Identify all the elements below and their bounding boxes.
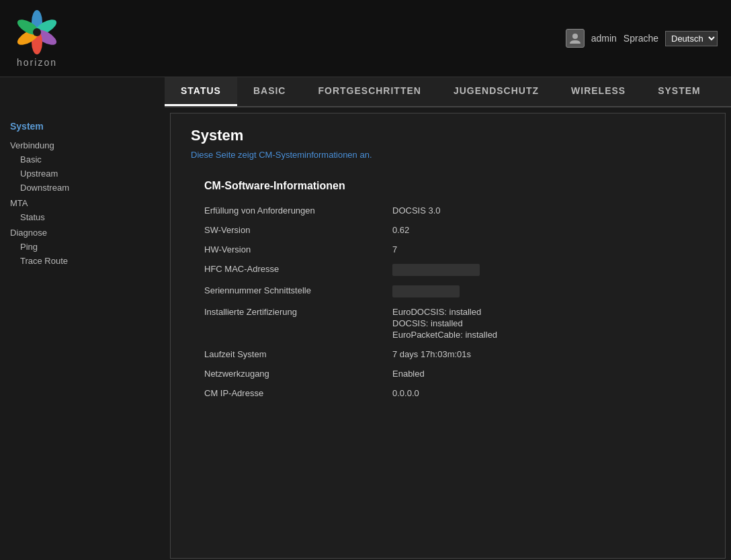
row-serial: Seriennummer Schnittstelle xyxy=(204,285,705,297)
sidebar-item-upstream[interactable]: Upstream xyxy=(10,167,155,181)
label-hw-version: HW-Version xyxy=(204,244,392,254)
tab-jugendschutz[interactable]: JUGENDSCHUTZ xyxy=(437,77,555,106)
value-cm-ip: 0.0.0.0 xyxy=(392,388,419,398)
content-area: System Diese Seite zeigt CM-Systeminform… xyxy=(170,113,726,559)
info-section: CM-Software-Informationen Erfüllung von … xyxy=(204,180,705,398)
tab-system[interactable]: SYSTEM xyxy=(642,77,717,106)
nav-tabs: STATUS BASIC FORTGESCHRITTEN JUGENDSCHUT… xyxy=(165,77,731,107)
label-hfc-mac: HFC MAC-Adresse xyxy=(204,264,392,274)
row-hfc-mac: HFC MAC-Adresse xyxy=(204,264,705,276)
tab-basic[interactable]: BASIC xyxy=(237,77,302,106)
logo-text: horizon xyxy=(17,57,57,68)
value-sw-version: 0.62 xyxy=(392,225,409,235)
value-netzwerk: Enabled xyxy=(392,369,425,379)
tab-status[interactable]: STATUS xyxy=(165,77,237,106)
sidebar-item-basic[interactable]: Basic xyxy=(10,152,155,167)
logo-area: horizon xyxy=(13,9,60,68)
admin-avatar xyxy=(566,29,585,48)
label-sw-version: SW-Version xyxy=(204,225,392,235)
label-erfuellung: Erfüllung von Anforderungen xyxy=(204,205,392,216)
logo-icon xyxy=(13,9,60,56)
label-cert: Installierte Zertifizierung xyxy=(204,307,392,317)
sidebar-item-traceroute[interactable]: Trace Route xyxy=(10,254,155,268)
cert-line1: EuroDOCSIS: installed xyxy=(392,307,497,317)
svg-point-7 xyxy=(572,34,578,39)
value-laufzeit: 7 days 17h:03m:01s xyxy=(392,349,471,359)
cert-line3: EuroPacketCable: installed xyxy=(392,330,497,340)
label-cm-ip: CM IP-Adresse xyxy=(204,388,392,398)
page-description: Diese Seite zeigt CM-Systeminformationen… xyxy=(191,150,705,160)
tab-wireless[interactable]: WIRELESS xyxy=(555,77,642,106)
row-laufzeit: Laufzeit System 7 days 17h:03m:01s xyxy=(204,349,705,359)
sidebar-item-downstream[interactable]: Downstream xyxy=(10,181,155,195)
label-netzwerk: Netzwerkzugang xyxy=(204,369,392,379)
section-title: CM-Software-Informationen xyxy=(204,180,705,192)
value-hfc-mac xyxy=(392,264,480,276)
admin-label: admin xyxy=(591,33,617,44)
row-cert: Installierte Zertifizierung EuroDOCSIS: … xyxy=(204,307,705,340)
header-right: admin Sprache Deutsch English xyxy=(566,29,718,48)
row-sw-version: SW-Version 0.62 xyxy=(204,225,705,235)
sidebar-item-ping[interactable]: Ping xyxy=(10,240,155,254)
sidebar: System Verbindung Basic Upstream Downstr… xyxy=(0,107,165,560)
svg-point-6 xyxy=(33,28,41,36)
value-cert: EuroDOCSIS: installed DOCSIS: installed … xyxy=(392,307,497,340)
sidebar-verbindung[interactable]: Verbindung xyxy=(10,137,155,152)
row-erfuellung: Erfüllung von Anforderungen DOCSIS 3.0 xyxy=(204,205,705,216)
sidebar-mta[interactable]: MTA xyxy=(10,195,155,210)
row-hw-version: HW-Version 7 xyxy=(204,244,705,254)
main-layout: System Verbindung Basic Upstream Downstr… xyxy=(0,107,731,560)
sidebar-item-mta-status[interactable]: Status xyxy=(10,210,155,224)
row-cm-ip: CM IP-Adresse 0.0.0.0 xyxy=(204,388,705,398)
value-erfuellung: DOCSIS 3.0 xyxy=(392,205,441,216)
sidebar-system-title[interactable]: System xyxy=(10,121,155,132)
lang-select[interactable]: Deutsch English xyxy=(665,31,718,46)
sidebar-diagnose[interactable]: Diagnose xyxy=(10,224,155,240)
cert-line2: DOCSIS: installed xyxy=(392,318,497,328)
label-serial: Seriennummer Schnittstelle xyxy=(204,285,392,295)
row-netzwerk: Netzwerkzugang Enabled xyxy=(204,369,705,379)
header: horizon admin Sprache Deutsch English xyxy=(0,0,731,77)
value-serial xyxy=(392,285,460,297)
value-hw-version: 7 xyxy=(392,244,397,254)
tab-fortgeschritten[interactable]: FORTGESCHRITTEN xyxy=(302,77,437,106)
sprache-label: Sprache xyxy=(624,33,658,44)
page-title: System xyxy=(191,127,705,144)
label-laufzeit: Laufzeit System xyxy=(204,349,392,359)
